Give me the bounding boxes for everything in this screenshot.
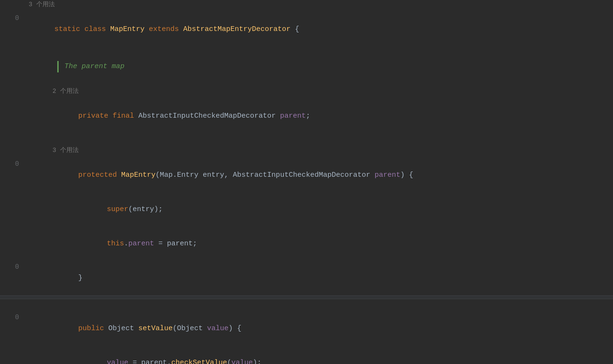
field-declaration-line: private final AbstractInputCheckedMapDec… — [0, 99, 613, 133]
line-num-constructor: 0 — [5, 158, 19, 169]
mapentry-type: Map.Entry — [160, 171, 198, 179]
this-keyword: this — [107, 240, 124, 248]
parent-param: parent — [370, 171, 400, 179]
doc-comment-line: The parent map — [0, 59, 613, 74]
object-param-type: Object — [177, 324, 203, 333]
empty-line-1 — [0, 47, 613, 59]
class-mapentry: MapEntry — [110, 25, 149, 33]
value-var-underline: value — [107, 359, 128, 364]
empty-line-4 — [0, 299, 613, 312]
doc-comment-text: The parent map — [64, 62, 125, 71]
class-keyword: class — [84, 25, 110, 33]
paren-close-brace: ) { — [400, 171, 413, 179]
this-assignment-line: this.parent = parent; — [0, 227, 613, 261]
paren-open: ( — [156, 171, 160, 179]
super-call-content: super(entry); — [29, 192, 613, 227]
static-keyword: static — [54, 25, 84, 33]
usage-count-3: 3 个用法 — [29, 146, 613, 156]
value-param: value — [203, 324, 229, 333]
usage-count-1: 3 个用法 — [29, 0, 613, 10]
field-name: parent — [280, 112, 306, 120]
this-assignment-content: this.parent = parent; — [29, 227, 613, 261]
constructor-content: protected MapEntry(Map.Entry entry, Abst… — [29, 158, 613, 192]
setvalue-name: setValue — [138, 324, 173, 333]
equals-assign: = parent. — [128, 359, 171, 364]
usage-count-row-3: 3 个用法 — [0, 146, 613, 158]
close-constructor-brace: } — [29, 261, 613, 295]
class-declaration-line: 0 static class MapEntry extends Abstract… — [0, 12, 613, 47]
extends-keyword: extends — [149, 25, 183, 33]
checksetvalue-line: value = parent.checkSetValue(value); — [0, 346, 613, 364]
dot: . — [124, 240, 128, 248]
line-num-usage3 — [5, 146, 19, 146]
separator — [0, 295, 613, 299]
decorator-type: AbstractInputCheckedMapDecorator — [233, 171, 370, 179]
class-declaration-content: static class MapEntry extends AbstractMa… — [29, 12, 613, 47]
usage-count-row-1: 3 个用法 — [0, 0, 613, 12]
line-num-close-constructor: 0 — [5, 261, 19, 272]
close-constructor-line: 0 } — [0, 261, 613, 295]
equals: = parent; — [154, 240, 197, 248]
line-num-setvalue: 0 — [5, 312, 19, 323]
usage-count-2: 2 个用法 — [29, 87, 613, 97]
value-arg-underline: value — [231, 359, 253, 364]
line-num-empty-1 — [5, 0, 19, 0]
super-paren: (entry); — [128, 205, 163, 213]
empty-line-2 — [0, 74, 613, 87]
close-brace-constructor: } — [78, 274, 83, 282]
public-keyword: public — [78, 324, 108, 333]
setvalue-signature-line: 0 public Object setValue(Object value) { — [0, 312, 613, 346]
checkset-paren-open: ( — [227, 359, 231, 364]
line-num-class: 0 — [5, 12, 19, 23]
checkset-paren-close: ); — [253, 359, 261, 364]
comma: , — [224, 171, 233, 179]
private-keyword: private — [78, 112, 113, 120]
usage-count-row-2: 2 个用法 — [0, 87, 613, 99]
super-keyword: super — [107, 205, 128, 213]
setvalue-paren-close-brace: ) { — [229, 324, 241, 333]
entry-param: entry — [198, 171, 224, 179]
abstract-class-name: AbstractMapEntryDecorator — [183, 25, 291, 33]
checksetvalue-method: checkSetValue — [171, 359, 227, 364]
setvalue-paren-open: ( — [173, 324, 177, 333]
line-num-this — [5, 227, 19, 227]
parent-field-ref: parent — [128, 240, 154, 248]
line-num-super — [5, 192, 19, 193]
line-num-doc — [5, 59, 19, 60]
field-type: AbstractInputCheckedMapDecorator — [138, 112, 280, 120]
line-num-usage2 — [5, 87, 19, 87]
checksetvalue-content: value = parent.checkSetValue(value); — [29, 346, 613, 364]
line-num-field — [5, 99, 19, 100]
code-container: 3 个用法 0 static class MapEntry extends Ab… — [0, 0, 613, 364]
setvalue-signature-content: public Object setValue(Object value) { — [29, 312, 613, 346]
doc-comment-block: The parent map — [57, 61, 125, 72]
line-num-checkset — [5, 346, 19, 346]
semicolon-field: ; — [306, 112, 310, 120]
empty-line-3 — [0, 133, 613, 146]
protected-keyword: protected — [78, 171, 121, 179]
constructor-name: MapEntry — [121, 171, 156, 179]
constructor-signature-line: 0 protected MapEntry(Map.Entry entry, Ab… — [0, 158, 613, 192]
object-return-type: Object — [108, 324, 138, 333]
super-call-line: super(entry); — [0, 192, 613, 227]
final-keyword: final — [113, 112, 138, 120]
field-declaration-content: private final AbstractInputCheckedMapDec… — [29, 99, 613, 133]
open-brace-class: { — [291, 25, 299, 33]
